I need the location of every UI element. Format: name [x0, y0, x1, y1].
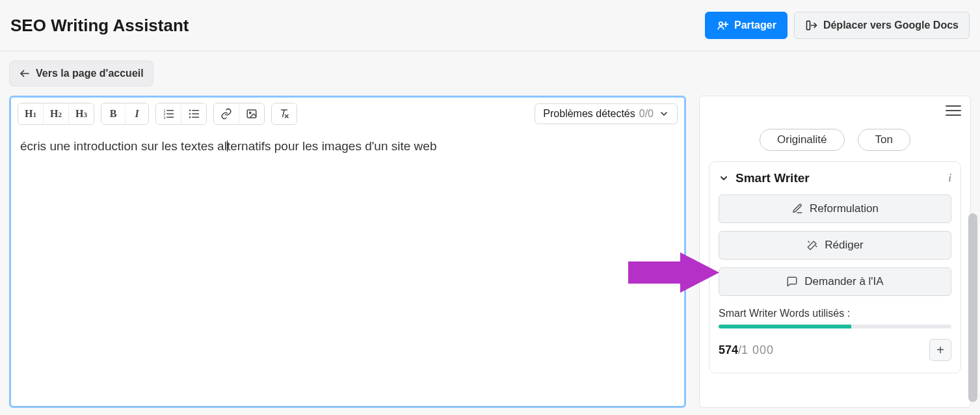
usage-label: Smart Writer Words utilisés : [719, 308, 951, 319]
bold-button[interactable]: B [101, 103, 125, 124]
editor-textarea[interactable]: écris une introduction sur les textes al… [11, 130, 684, 406]
sidebar-head [700, 96, 970, 118]
usage-counts: 574/1 000 [719, 343, 774, 357]
ask-ai-label: Demander à l'IA [804, 275, 883, 288]
move-to-gdocs-button[interactable]: Déplacer vers Google Docs [794, 12, 970, 39]
editor-text-before: écris une introduction sur les textes al [20, 139, 227, 153]
toolbar-left: H1 H2 H3 B I 1 2 3 [18, 103, 297, 125]
svg-point-19 [250, 112, 251, 113]
svg-point-0 [719, 22, 722, 25]
svg-text:3: 3 [164, 116, 166, 120]
unordered-list-button[interactable] [181, 103, 206, 124]
smart-writer-title[interactable]: Smart Writer [719, 171, 810, 185]
usage-progress-bar [719, 325, 851, 328]
header-actions: Partager Déplacer vers Google Docs [705, 12, 970, 39]
link-button[interactable] [214, 103, 239, 124]
editor-toolbar: H1 H2 H3 B I 1 2 3 [11, 98, 684, 130]
image-button[interactable] [239, 103, 264, 124]
issues-label: Problèmes détectés [543, 108, 635, 120]
sidebar-menu-button[interactable] [946, 103, 961, 118]
share-button-label: Partager [734, 20, 776, 31]
back-home-button[interactable]: Vers la page d'accueil [9, 60, 153, 87]
smart-writer-card: Smart Writer i Reformulation Rédiger [709, 161, 961, 373]
svg-line-22 [808, 241, 810, 243]
scrollbar[interactable] [968, 103, 977, 402]
italic-button[interactable]: I [125, 103, 148, 124]
share-icon [716, 19, 729, 32]
list-group: 1 2 3 [155, 103, 207, 125]
image-icon [246, 108, 258, 120]
usage-row: 574/1 000 + [719, 339, 951, 361]
tone-pill[interactable]: Ton [858, 129, 910, 151]
issues-dropdown[interactable]: Problèmes détectés 0/0 [535, 103, 678, 124]
ask-ai-button[interactable]: Demander à l'IA [719, 267, 951, 296]
arrow-left-icon [19, 68, 31, 79]
page-title: SEO Writing Assistant [10, 16, 189, 36]
magic-wand-icon [806, 239, 818, 251]
share-button[interactable]: Partager [705, 12, 788, 39]
heading-group: H1 H2 H3 [18, 103, 94, 125]
clear-group [271, 103, 297, 125]
write-button[interactable]: Rédiger [719, 231, 951, 260]
ordered-list-icon: 1 2 3 [163, 108, 174, 120]
heading-h3-button[interactable]: H3 [68, 103, 94, 124]
sidebar: Originalité Ton Smart Writer i Reformula… [699, 96, 971, 408]
clear-format-icon [278, 108, 290, 120]
insert-group [213, 103, 265, 125]
svg-rect-3 [806, 21, 810, 29]
unordered-list-icon [188, 108, 200, 120]
move-to-gdocs-button-label: Déplacer vers Google Docs [823, 20, 959, 31]
pill-row: Originalité Ton [709, 129, 961, 151]
info-icon[interactable]: i [949, 172, 951, 184]
heading-h2-button[interactable]: H2 [43, 103, 68, 124]
smart-writer-title-text: Smart Writer [735, 171, 810, 185]
usage-progress [719, 325, 951, 328]
usage-total: 1 000 [741, 343, 774, 356]
originality-pill[interactable]: Originalité [760, 129, 845, 151]
svg-line-23 [815, 246, 817, 247]
main-layout: H1 H2 H3 B I 1 2 3 [0, 87, 980, 415]
back-home-label: Vers la page d'accueil [36, 68, 144, 79]
text-style-group: B I [101, 103, 149, 125]
editor-text-after: ternatifs pour les images d'un site web [227, 139, 437, 153]
chevron-down-icon [719, 173, 729, 183]
export-icon [805, 19, 818, 32]
write-label: Rédiger [825, 239, 864, 252]
edit-icon [791, 203, 803, 215]
issues-count: 0/0 [639, 108, 654, 120]
chat-icon [786, 276, 798, 288]
clear-format-button[interactable] [272, 103, 297, 124]
scrollbar-thumb[interactable] [968, 213, 977, 402]
usage-used: 574 [719, 343, 738, 356]
sidebar-content: Originalité Ton Smart Writer i Reformula… [700, 118, 970, 382]
svg-rect-18 [247, 110, 256, 118]
svg-point-12 [189, 110, 191, 111]
subnav: Vers la page d'accueil [0, 51, 980, 87]
add-words-button[interactable]: + [929, 339, 951, 361]
editor-panel: H1 H2 H3 B I 1 2 3 [9, 96, 686, 408]
heading-h1-button[interactable]: H1 [18, 103, 43, 124]
reformulate-button[interactable]: Reformulation [719, 194, 951, 223]
reformulate-label: Reformulation [810, 202, 879, 215]
smart-writer-head: Smart Writer i [719, 171, 951, 185]
chevron-down-icon [659, 109, 669, 119]
link-icon [220, 108, 232, 120]
header: SEO Writing Assistant Partager Déplacer … [0, 0, 980, 51]
svg-point-14 [189, 116, 191, 118]
ordered-list-button[interactable]: 1 2 3 [156, 103, 181, 124]
svg-point-13 [189, 113, 191, 114]
